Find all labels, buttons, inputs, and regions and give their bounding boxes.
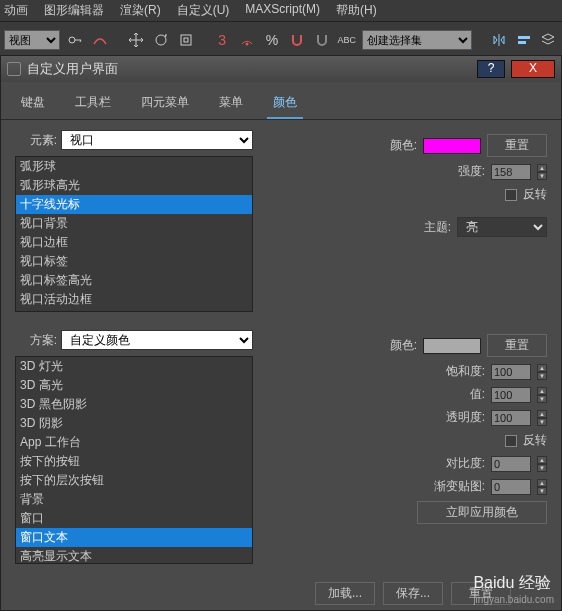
transparency-label: 透明度: <box>446 409 485 426</box>
menu-anim[interactable]: 动画 <box>4 2 28 19</box>
elements-combo[interactable]: 视口 <box>61 130 253 150</box>
invert-label: 反转 <box>523 186 547 203</box>
list-item[interactable]: 按下的层次按钮 <box>16 471 252 490</box>
spin-up-icon[interactable]: ▲ <box>537 164 547 172</box>
spin-up-icon[interactable]: ▲ <box>537 387 547 395</box>
tab-quadmenu[interactable]: 四元菜单 <box>135 90 195 119</box>
list-item[interactable]: 视口剪切 <box>16 309 252 312</box>
snap-magnet-icon[interactable] <box>287 29 306 51</box>
elements-label: 元素: <box>15 132 61 149</box>
list-item[interactable]: 3D 黑色阴影 <box>16 395 252 414</box>
svg-point-0 <box>69 37 75 43</box>
menu-help[interactable]: 帮助(H) <box>336 2 377 19</box>
svg-point-4 <box>246 42 249 45</box>
help-button[interactable]: ? <box>477 60 505 78</box>
list-item[interactable]: 3D 高光 <box>16 376 252 395</box>
menu-customize[interactable]: 自定义(U) <box>177 2 230 19</box>
snap-magnet2-icon[interactable] <box>312 29 331 51</box>
spin-up-icon[interactable]: ▲ <box>537 479 547 487</box>
list-item[interactable]: 3D 灯光 <box>16 357 252 376</box>
list-item[interactable]: 十字线光标 <box>16 195 252 214</box>
color2-swatch[interactable] <box>423 338 481 354</box>
list-item[interactable]: 3D 阴影 <box>16 414 252 433</box>
list-item[interactable]: 背景 <box>16 490 252 509</box>
curve-icon[interactable] <box>91 29 110 51</box>
invert2-checkbox[interactable] <box>505 435 517 447</box>
tab-colors[interactable]: 颜色 <box>267 90 303 119</box>
scheme-label: 方案: <box>15 332 61 349</box>
list-item[interactable]: 视口活动边框 <box>16 290 252 309</box>
layers-icon[interactable] <box>539 29 558 51</box>
color-label: 颜色: <box>390 137 417 154</box>
tab-keyboard[interactable]: 键盘 <box>15 90 51 119</box>
transparency-spinner[interactable] <box>491 410 531 426</box>
saturation-spinner[interactable] <box>491 364 531 380</box>
menu-render[interactable]: 渲染(R) <box>120 2 161 19</box>
list-item[interactable]: 窗口 <box>16 509 252 528</box>
snap3-icon[interactable]: 3 <box>213 29 232 51</box>
svg-rect-2 <box>181 35 191 45</box>
customize-ui-dialog: 自定义用户界面 ? X 键盘 工具栏 四元菜单 菜单 颜色 元素: 视口 弧形球… <box>0 55 562 611</box>
list-item[interactable]: 弧形球高光 <box>16 176 252 195</box>
list-item[interactable]: 窗口文本 <box>16 528 252 547</box>
tab-menu[interactable]: 菜单 <box>213 90 249 119</box>
abc-icon[interactable]: ABC <box>337 29 356 51</box>
apply-now-button[interactable]: 立即应用颜色 <box>417 501 547 524</box>
gradient-spinner[interactable] <box>491 479 531 495</box>
snap-percent-icon[interactable]: % <box>263 29 282 51</box>
rotate-icon[interactable] <box>152 29 171 51</box>
color-swatch[interactable] <box>423 138 481 154</box>
theme-combo[interactable]: 亮 <box>457 217 547 237</box>
gradient-label: 渐变贴图: <box>434 478 485 495</box>
spin-up-icon[interactable]: ▲ <box>537 364 547 372</box>
load-button[interactable]: 加载... <box>315 582 375 605</box>
spin-down-icon[interactable]: ▼ <box>537 418 547 426</box>
spin-down-icon[interactable]: ▼ <box>537 395 547 403</box>
list-item[interactable]: App 工作台 <box>16 433 252 452</box>
saturation-label: 饱和度: <box>446 363 485 380</box>
spin-down-icon[interactable]: ▼ <box>537 172 547 180</box>
elements-listbox[interactable]: 弧形球弧形球高光十字线光标视口背景视口边框视口标签视口标签高光视口活动边框视口剪… <box>15 156 253 312</box>
spin-up-icon[interactable]: ▲ <box>537 410 547 418</box>
scale-icon[interactable] <box>177 29 196 51</box>
move-icon[interactable] <box>127 29 146 51</box>
menu-maxscript[interactable]: MAXScript(M) <box>245 2 320 19</box>
toolbar: 视图 3 % ABC 创建选择集 <box>0 22 562 58</box>
reset-button[interactable]: 重置 <box>487 134 547 157</box>
menu-graph[interactable]: 图形编辑器 <box>44 2 104 19</box>
invert2-label: 反转 <box>523 432 547 449</box>
key-icon[interactable] <box>66 29 85 51</box>
reset2-button[interactable]: 重置 <box>487 334 547 357</box>
view-select[interactable]: 视图 <box>4 30 60 50</box>
list-item[interactable]: 视口背景 <box>16 214 252 233</box>
tab-toolbar[interactable]: 工具栏 <box>69 90 117 119</box>
menubar: 动画 图形编辑器 渲染(R) 自定义(U) MAXScript(M) 帮助(H) <box>0 0 562 22</box>
align-icon[interactable] <box>514 29 533 51</box>
list-item[interactable]: 弧形球 <box>16 157 252 176</box>
list-item[interactable]: 高亮显示文本 <box>16 547 252 564</box>
value-spinner[interactable] <box>491 387 531 403</box>
list-item[interactable]: 视口标签高光 <box>16 271 252 290</box>
snap-angle-icon[interactable] <box>238 29 257 51</box>
contrast-spinner[interactable] <box>491 456 531 472</box>
scheme-combo[interactable]: 自定义颜色 <box>61 330 253 350</box>
list-item[interactable]: 视口标签 <box>16 252 252 271</box>
scheme-listbox[interactable]: 3D 灯光3D 高光3D 黑色阴影3D 阴影App 工作台按下的按钮按下的层次按… <box>15 356 253 564</box>
value-label: 值: <box>470 386 485 403</box>
spin-down-icon[interactable]: ▼ <box>537 372 547 380</box>
selection-set-select[interactable]: 创建选择集 <box>362 30 472 50</box>
save-button[interactable]: 保存... <box>383 582 443 605</box>
spin-down-icon[interactable]: ▼ <box>537 487 547 495</box>
spin-down-icon[interactable]: ▼ <box>537 464 547 472</box>
mirror-icon[interactable] <box>489 29 508 51</box>
intensity-spinner[interactable] <box>491 164 531 180</box>
intensity-label: 强度: <box>458 163 485 180</box>
list-item[interactable]: 按下的按钮 <box>16 452 252 471</box>
invert-checkbox[interactable] <box>505 189 517 201</box>
color2-label: 颜色: <box>390 337 417 354</box>
close-button[interactable]: X <box>511 60 555 78</box>
theme-label: 主题: <box>424 219 451 236</box>
reset-all-button[interactable]: 重置 <box>451 582 511 605</box>
list-item[interactable]: 视口边框 <box>16 233 252 252</box>
spin-up-icon[interactable]: ▲ <box>537 456 547 464</box>
